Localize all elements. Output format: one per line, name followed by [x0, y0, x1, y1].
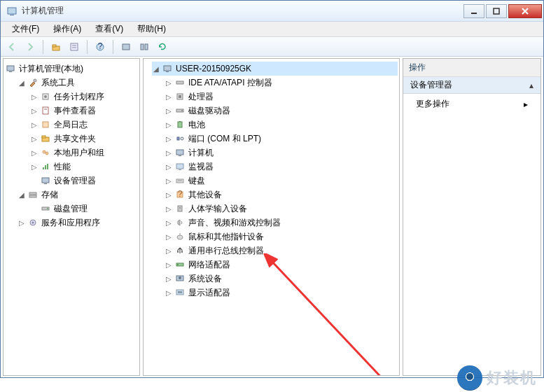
tree-item[interactable]: ▷任务计划程序 [30, 90, 138, 104]
toolbar-view1-button[interactable] [118, 39, 134, 55]
menubar: 文件(F) 操作(A) 查看(V) 帮助(H) [1, 22, 543, 37]
device-category[interactable]: ▷处理器 [165, 90, 398, 104]
device-category[interactable]: ▷端口 (COM 和 LPT) [165, 132, 398, 146]
device-category[interactable]: ▷声音、视频和游戏控制器 [165, 216, 398, 230]
toolbar-properties-button[interactable] [66, 39, 83, 55]
device-icon [174, 133, 186, 144]
tree-item[interactable]: ▷性能 [30, 160, 138, 174]
expand-icon[interactable]: ▷ [18, 218, 26, 227]
expand-icon[interactable]: ▷ [165, 190, 173, 199]
tree-label: 系统工具 [41, 77, 75, 89]
expand-icon[interactable]: ▷ [165, 148, 173, 157]
device-category[interactable]: ▷计算机 [165, 146, 398, 160]
tree-item[interactable]: ▷本地用户和组 [30, 146, 138, 160]
collapse-icon[interactable]: ◢ [152, 64, 160, 73]
toolbar-view2-button[interactable] [136, 39, 153, 55]
disk-icon [40, 203, 51, 214]
expand-icon[interactable]: ▷ [165, 288, 173, 297]
tree-item[interactable]: ▷事件查看器 [30, 104, 138, 118]
device-category[interactable]: ▷网络适配器 [165, 258, 398, 272]
expand-icon[interactable]: ▷ [165, 92, 173, 101]
expand-icon[interactable]: ▷ [165, 204, 173, 213]
device-category[interactable]: ▷磁盘驱动器 [165, 104, 398, 118]
device-category[interactable]: ▷人体学输入设备 [165, 202, 398, 216]
tree-services[interactable]: ▷ 服务和应用程序 [18, 216, 138, 230]
tree-label: 共享文件夹 [54, 133, 96, 145]
expand-icon[interactable]: ▷ [165, 106, 173, 115]
expand-icon[interactable]: ▷ [30, 106, 39, 115]
tree-label: 任务计划程序 [54, 91, 104, 103]
app-icon [6, 6, 18, 17]
device-category[interactable]: ▷通用串行总线控制器 [165, 244, 398, 258]
watermark: 好装机 [457, 365, 537, 391]
collapse-icon[interactable]: ◢ [18, 78, 26, 87]
device-icon: ? [174, 189, 186, 200]
tree-item[interactable]: 设备管理器 [30, 174, 138, 188]
tree-root-computer-management[interactable]: 计算机管理(本地) [5, 62, 138, 76]
maximize-button[interactable] [486, 4, 507, 18]
device-category[interactable]: ▷显示适配器 [165, 286, 398, 300]
menu-view[interactable]: 查看(V) [88, 22, 130, 36]
close-button[interactable] [508, 4, 542, 18]
svg-point-49 [181, 137, 183, 140]
device-category[interactable]: ▷键盘 [165, 174, 398, 188]
device-category[interactable]: ▷鼠标和其他指针设备 [165, 230, 398, 244]
tree-item[interactable]: ▷磁盘管理 [30, 202, 138, 216]
collapse-icon[interactable]: ◢ [18, 190, 26, 199]
toolbar-separator [43, 40, 43, 54]
device-category[interactable]: ▷系统设备 [165, 272, 398, 286]
svg-rect-7 [53, 45, 56, 47]
action-more-actions[interactable]: 更多操作 ▸ [403, 94, 540, 114]
expand-icon[interactable]: ▷ [165, 162, 173, 171]
device-category[interactable]: ▷电池 [165, 118, 398, 132]
minimize-button[interactable] [463, 4, 484, 18]
toolbar-up-button[interactable] [48, 39, 64, 55]
device-category[interactable]: ▷监视器 [165, 160, 398, 174]
section-label: 设备管理器 [410, 79, 452, 91]
expand-icon[interactable]: ▷ [165, 260, 173, 269]
tree-label: 设备管理器 [54, 175, 96, 187]
tree-system-tools[interactable]: ◢ 系统工具 [18, 76, 138, 90]
menu-action[interactable]: 操作(A) [46, 22, 88, 36]
tree-storage[interactable]: ◢ 存储 [18, 188, 138, 202]
device-category[interactable]: ▷?其他设备 [165, 188, 398, 202]
expand-icon[interactable]: ▷ [165, 176, 173, 185]
svg-rect-17 [9, 71, 12, 72]
svg-rect-43 [179, 95, 181, 98]
svg-point-63 [181, 251, 183, 253]
svg-point-65 [177, 264, 179, 265]
expand-icon[interactable]: ▷ [30, 120, 39, 129]
expand-icon[interactable]: ▷ [30, 162, 39, 171]
svg-point-26 [43, 150, 46, 153]
toolbar-help-button[interactable]: ? [92, 39, 109, 55]
device-category[interactable]: ▷IDE ATA/ATAPI 控制器 [165, 76, 398, 90]
expand-icon[interactable]: ▷ [165, 134, 173, 143]
expand-icon[interactable]: ▷ [30, 134, 39, 143]
computer-icon [162, 63, 173, 74]
expand-icon[interactable]: ▷ [165, 232, 173, 241]
actions-section-device-manager[interactable]: 设备管理器 ▴ [403, 77, 540, 94]
menu-file[interactable]: 文件(F) [5, 22, 46, 36]
expand-icon[interactable]: ▷ [30, 92, 39, 101]
tree-label: 存储 [41, 189, 58, 201]
expand-icon[interactable]: ▷ [165, 274, 173, 283]
expand-icon[interactable]: ▷ [165, 120, 173, 129]
svg-rect-13 [123, 44, 130, 50]
device-root[interactable]: ◢ USER-20150925GK [152, 62, 398, 76]
expand-icon[interactable]: ▷ [165, 78, 173, 87]
toolbar-refresh-button[interactable] [154, 39, 171, 55]
device-icon [174, 245, 186, 256]
item-icon [40, 161, 51, 172]
menu-help[interactable]: 帮助(H) [130, 22, 173, 36]
expand-icon[interactable]: ▷ [165, 218, 173, 227]
tree-label: 性能 [54, 161, 71, 173]
expand-icon[interactable]: ▷ [165, 246, 173, 255]
expand-icon[interactable]: ▷ [30, 148, 39, 157]
tree-label: 磁盘管理 [54, 203, 88, 215]
tree-item[interactable]: ▷共享文件夹 [30, 132, 138, 146]
toolbar: ? [1, 37, 543, 57]
action-label: 更多操作 [416, 98, 449, 110]
svg-rect-3 [494, 8, 499, 14]
tree-item[interactable]: ▷全局日志 [30, 118, 138, 132]
tree-label: 计算机管理(本地) [19, 63, 83, 75]
